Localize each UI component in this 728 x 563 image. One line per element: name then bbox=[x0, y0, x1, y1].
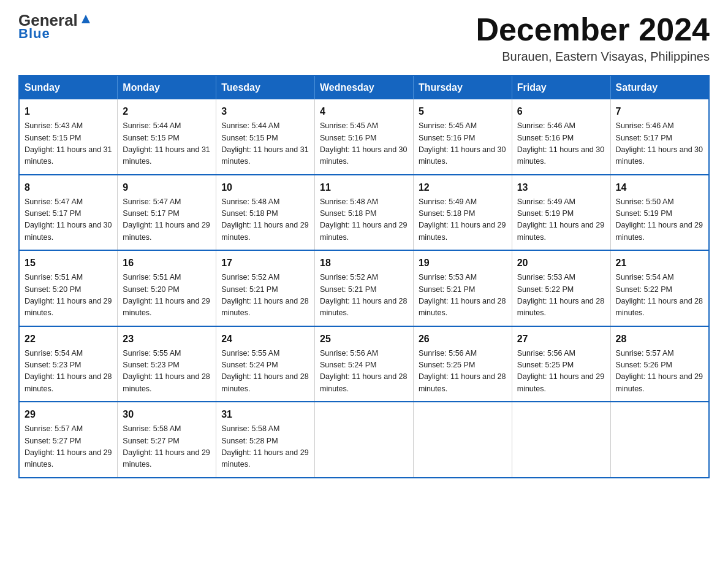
day-info: Sunrise: 5:54 AMSunset: 5:22 PMDaylight:… bbox=[616, 272, 703, 320]
day-number: 29 bbox=[25, 407, 112, 422]
day-info: Sunrise: 5:46 AMSunset: 5:17 PMDaylight:… bbox=[616, 120, 703, 168]
calendar-cell: 11Sunrise: 5:48 AMSunset: 5:18 PMDayligh… bbox=[315, 175, 414, 251]
day-info: Sunrise: 5:45 AMSunset: 5:16 PMDaylight:… bbox=[419, 120, 507, 168]
header: General Blue December 2024 Burauen, East… bbox=[18, 12, 710, 64]
month-title: December 2024 bbox=[476, 12, 710, 47]
day-info: Sunrise: 5:53 AMSunset: 5:21 PMDaylight:… bbox=[419, 272, 507, 320]
day-number: 15 bbox=[25, 256, 112, 270]
location-title: Burauen, Eastern Visayas, Philippines bbox=[476, 50, 710, 64]
day-number: 3 bbox=[221, 104, 309, 119]
day-number: 20 bbox=[517, 256, 605, 270]
day-number: 11 bbox=[320, 180, 408, 195]
calendar-cell: 7Sunrise: 5:46 AMSunset: 5:17 PMDaylight… bbox=[610, 99, 709, 175]
day-info: Sunrise: 5:43 AMSunset: 5:15 PMDaylight:… bbox=[25, 120, 112, 168]
calendar-cell: 5Sunrise: 5:45 AMSunset: 5:16 PMDaylight… bbox=[413, 99, 512, 175]
day-number: 18 bbox=[320, 256, 408, 270]
day-number: 17 bbox=[221, 256, 309, 270]
calendar-cell: 28Sunrise: 5:57 AMSunset: 5:26 PMDayligh… bbox=[610, 326, 709, 402]
day-number: 19 bbox=[419, 256, 507, 270]
calendar-cell: 15Sunrise: 5:51 AMSunset: 5:20 PMDayligh… bbox=[19, 250, 118, 326]
calendar-cell: 30Sunrise: 5:58 AMSunset: 5:27 PMDayligh… bbox=[118, 402, 216, 478]
weekday-header-thursday: Thursday bbox=[413, 75, 512, 99]
day-number: 24 bbox=[221, 332, 309, 347]
day-number: 28 bbox=[616, 332, 703, 347]
day-info: Sunrise: 5:55 AMSunset: 5:24 PMDaylight:… bbox=[221, 348, 309, 396]
day-number: 9 bbox=[123, 180, 211, 195]
weekday-header-monday: Monday bbox=[118, 75, 216, 99]
calendar-cell: 21Sunrise: 5:54 AMSunset: 5:22 PMDayligh… bbox=[610, 250, 709, 326]
day-info: Sunrise: 5:47 AMSunset: 5:17 PMDaylight:… bbox=[25, 196, 112, 244]
calendar-cell: 6Sunrise: 5:46 AMSunset: 5:16 PMDaylight… bbox=[512, 99, 610, 175]
day-info: Sunrise: 5:50 AMSunset: 5:19 PMDaylight:… bbox=[616, 196, 703, 244]
calendar-cell: 19Sunrise: 5:53 AMSunset: 5:21 PMDayligh… bbox=[413, 250, 512, 326]
day-info: Sunrise: 5:58 AMSunset: 5:28 PMDaylight:… bbox=[221, 423, 309, 471]
day-number: 2 bbox=[123, 104, 211, 119]
day-info: Sunrise: 5:49 AMSunset: 5:19 PMDaylight:… bbox=[517, 196, 605, 244]
day-info: Sunrise: 5:57 AMSunset: 5:27 PMDaylight:… bbox=[25, 423, 112, 471]
day-info: Sunrise: 5:58 AMSunset: 5:27 PMDaylight:… bbox=[123, 423, 211, 471]
logo: General Blue bbox=[18, 12, 93, 42]
day-number: 8 bbox=[25, 180, 112, 195]
calendar-cell: 16Sunrise: 5:51 AMSunset: 5:20 PMDayligh… bbox=[118, 250, 216, 326]
weekday-header-saturday: Saturday bbox=[610, 75, 709, 99]
calendar-cell bbox=[413, 402, 512, 478]
day-info: Sunrise: 5:55 AMSunset: 5:23 PMDaylight:… bbox=[123, 348, 211, 396]
day-number: 22 bbox=[25, 332, 112, 347]
calendar-cell: 20Sunrise: 5:53 AMSunset: 5:22 PMDayligh… bbox=[512, 250, 610, 326]
day-info: Sunrise: 5:49 AMSunset: 5:18 PMDaylight:… bbox=[419, 196, 507, 244]
day-number: 23 bbox=[123, 332, 211, 347]
day-info: Sunrise: 5:56 AMSunset: 5:25 PMDaylight:… bbox=[419, 348, 507, 396]
day-info: Sunrise: 5:48 AMSunset: 5:18 PMDaylight:… bbox=[221, 196, 309, 244]
day-number: 16 bbox=[123, 256, 211, 270]
calendar-cell: 24Sunrise: 5:55 AMSunset: 5:24 PMDayligh… bbox=[216, 326, 315, 402]
calendar-week-row: 22Sunrise: 5:54 AMSunset: 5:23 PMDayligh… bbox=[19, 326, 709, 402]
day-number: 25 bbox=[320, 332, 408, 347]
day-info: Sunrise: 5:51 AMSunset: 5:20 PMDaylight:… bbox=[25, 272, 112, 320]
calendar-cell: 13Sunrise: 5:49 AMSunset: 5:19 PMDayligh… bbox=[512, 175, 610, 251]
day-number: 5 bbox=[419, 104, 507, 119]
day-number: 6 bbox=[517, 104, 605, 119]
calendar-cell: 12Sunrise: 5:49 AMSunset: 5:18 PMDayligh… bbox=[413, 175, 512, 251]
day-info: Sunrise: 5:52 AMSunset: 5:21 PMDaylight:… bbox=[221, 272, 309, 320]
calendar-table: SundayMondayTuesdayWednesdayThursdayFrid… bbox=[18, 75, 710, 478]
calendar-cell: 2Sunrise: 5:44 AMSunset: 5:15 PMDaylight… bbox=[118, 99, 216, 175]
calendar-cell: 26Sunrise: 5:56 AMSunset: 5:25 PMDayligh… bbox=[413, 326, 512, 402]
day-info: Sunrise: 5:51 AMSunset: 5:20 PMDaylight:… bbox=[123, 272, 211, 320]
calendar-cell bbox=[315, 402, 414, 478]
calendar-cell: 1Sunrise: 5:43 AMSunset: 5:15 PMDaylight… bbox=[19, 99, 118, 175]
calendar-cell: 25Sunrise: 5:56 AMSunset: 5:24 PMDayligh… bbox=[315, 326, 414, 402]
calendar-cell: 14Sunrise: 5:50 AMSunset: 5:19 PMDayligh… bbox=[610, 175, 709, 251]
day-number: 26 bbox=[419, 332, 507, 347]
calendar-cell: 9Sunrise: 5:47 AMSunset: 5:17 PMDaylight… bbox=[118, 175, 216, 251]
title-area: December 2024 Burauen, Eastern Visayas, … bbox=[476, 12, 710, 64]
calendar-cell: 10Sunrise: 5:48 AMSunset: 5:18 PMDayligh… bbox=[216, 175, 315, 251]
day-number: 1 bbox=[25, 104, 112, 119]
weekday-header-sunday: Sunday bbox=[19, 75, 118, 99]
day-info: Sunrise: 5:53 AMSunset: 5:22 PMDaylight:… bbox=[517, 272, 605, 320]
weekday-header-friday: Friday bbox=[512, 75, 610, 99]
day-number: 12 bbox=[419, 180, 507, 195]
day-number: 30 bbox=[123, 407, 211, 422]
day-info: Sunrise: 5:57 AMSunset: 5:26 PMDaylight:… bbox=[616, 348, 703, 396]
calendar-cell: 23Sunrise: 5:55 AMSunset: 5:23 PMDayligh… bbox=[118, 326, 216, 402]
logo-blue: Blue bbox=[18, 26, 50, 42]
day-info: Sunrise: 5:45 AMSunset: 5:16 PMDaylight:… bbox=[320, 120, 408, 168]
calendar-week-row: 29Sunrise: 5:57 AMSunset: 5:27 PMDayligh… bbox=[19, 402, 709, 478]
day-info: Sunrise: 5:44 AMSunset: 5:15 PMDaylight:… bbox=[221, 120, 309, 168]
calendar-cell: 27Sunrise: 5:56 AMSunset: 5:25 PMDayligh… bbox=[512, 326, 610, 402]
calendar-week-row: 8Sunrise: 5:47 AMSunset: 5:17 PMDaylight… bbox=[19, 175, 709, 251]
weekday-header-row: SundayMondayTuesdayWednesdayThursdayFrid… bbox=[19, 75, 709, 99]
calendar-cell: 18Sunrise: 5:52 AMSunset: 5:21 PMDayligh… bbox=[315, 250, 414, 326]
calendar-cell: 29Sunrise: 5:57 AMSunset: 5:27 PMDayligh… bbox=[19, 402, 118, 478]
day-number: 27 bbox=[517, 332, 605, 347]
day-number: 14 bbox=[616, 180, 703, 195]
day-info: Sunrise: 5:46 AMSunset: 5:16 PMDaylight:… bbox=[517, 120, 605, 168]
day-number: 31 bbox=[221, 407, 309, 422]
day-info: Sunrise: 5:52 AMSunset: 5:21 PMDaylight:… bbox=[320, 272, 408, 320]
logo-triangle-icon bbox=[79, 12, 93, 26]
weekday-header-tuesday: Tuesday bbox=[216, 75, 315, 99]
calendar-week-row: 15Sunrise: 5:51 AMSunset: 5:20 PMDayligh… bbox=[19, 250, 709, 326]
calendar-cell: 22Sunrise: 5:54 AMSunset: 5:23 PMDayligh… bbox=[19, 326, 118, 402]
day-number: 7 bbox=[616, 104, 703, 119]
calendar-cell: 17Sunrise: 5:52 AMSunset: 5:21 PMDayligh… bbox=[216, 250, 315, 326]
